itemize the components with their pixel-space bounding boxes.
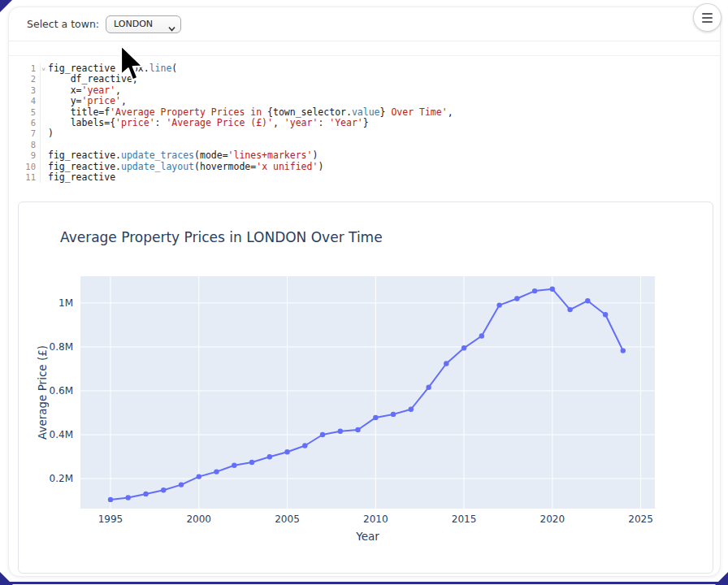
code-text: fig_reactive: [41, 172, 115, 183]
data-point: [161, 488, 166, 492]
data-point: [479, 333, 484, 338]
data-point: [197, 474, 202, 479]
code-line[interactable]: 7): [9, 128, 713, 139]
data-point: [267, 454, 272, 459]
code-line[interactable]: 10fig_reactive.update_layout(hovermode='…: [9, 162, 713, 172]
town-select-wrap: LONDON: [106, 15, 181, 33]
x-tick-label: 2000: [186, 514, 211, 525]
data-point: [496, 302, 501, 307]
y-tick-label: 1M: [58, 297, 73, 309]
data-point: [621, 348, 626, 353]
code-text: fig_reactive = px.line(: [41, 63, 177, 74]
line-number: 4: [9, 96, 40, 106]
x-tick-label: 1995: [98, 514, 124, 525]
data-point: [409, 407, 414, 412]
line-number: 8: [9, 140, 40, 150]
y-tick-label: 0.6M: [50, 385, 73, 396]
code-text: fig_reactive.update_traces(mode='lines+m…: [41, 150, 318, 161]
data-point: [462, 345, 466, 350]
line-number: 9: [9, 150, 40, 161]
data-point: [532, 288, 537, 293]
code-line[interactable]: 11fig_reactive: [9, 172, 713, 183]
data-point: [179, 482, 184, 487]
hamburger-menu-icon: [702, 13, 713, 23]
chart-title: Average Property Prices in LONDON Over T…: [60, 229, 383, 245]
code-text: title=f'Average Property Prices in {town…: [41, 107, 453, 118]
chart-output-card: 19952000200520102015202020250.2M0.4M0.6M…: [18, 202, 713, 574]
code-line[interactable]: 2 df_reactive,: [9, 74, 713, 84]
data-point: [338, 429, 343, 434]
line-number: 10: [9, 162, 40, 172]
code-line[interactable]: 5 title=f'Average Property Prices in {to…: [9, 107, 713, 118]
menu-button[interactable]: [693, 3, 722, 32]
page-corner-accent: [715, 572, 728, 585]
data-point: [355, 427, 360, 432]
data-point: [302, 443, 307, 448]
data-point: [585, 298, 590, 303]
data-point: [426, 385, 431, 390]
code-editor[interactable]: 1˅fig_reactive = px.line(2 df_reactive,3…: [9, 56, 713, 183]
data-point: [444, 361, 448, 366]
data-point: [214, 469, 219, 474]
town-selector-label: Select a town:: [27, 18, 99, 30]
data-point: [249, 460, 254, 465]
data-point: [320, 432, 325, 437]
data-point: [373, 415, 378, 420]
data-point: [603, 312, 608, 317]
code-line[interactable]: 1˅fig_reactive = px.line(: [9, 63, 713, 74]
x-tick-label: 2010: [363, 514, 388, 525]
x-tick-label: 2015: [452, 514, 477, 525]
data-point: [391, 412, 396, 417]
code-text: y='price',: [41, 96, 127, 106]
data-point: [126, 495, 131, 500]
code-line[interactable]: 8: [9, 140, 713, 150]
data-point: [143, 492, 148, 496]
line-number: 6: [9, 118, 40, 128]
data-point: [514, 296, 519, 301]
code-line[interactable]: 9fig_reactive.update_traces(mode='lines+…: [9, 150, 713, 161]
y-tick-label: 0.2M: [50, 473, 73, 484]
code-text: ): [41, 128, 54, 139]
fold-toggle-icon[interactable]: ˅: [41, 64, 46, 75]
data-point: [108, 497, 113, 502]
data-point: [567, 307, 572, 312]
code-line[interactable]: 4 y='price',: [9, 96, 713, 106]
code-text: x='year',: [41, 85, 121, 96]
line-number: 5: [9, 107, 40, 118]
code-text: fig_reactive.update_layout(hovermode='x …: [41, 162, 323, 172]
line-number: 7: [9, 128, 40, 139]
page-bottom-accent: [5, 582, 723, 584]
line-number: 3: [9, 85, 40, 96]
line-number: 2: [9, 74, 40, 84]
code-text: [41, 140, 48, 150]
line-number: 11: [9, 172, 40, 183]
data-point: [232, 463, 236, 468]
x-tick-label: 2025: [628, 514, 653, 525]
code-line[interactable]: 6 labels={'price': 'Average Price (£)', …: [9, 118, 713, 128]
y-tick-label: 0.4M: [50, 429, 73, 440]
code-line[interactable]: 3 x='year',: [9, 85, 713, 96]
line-number: 1˅: [9, 63, 40, 74]
data-point: [550, 287, 555, 292]
data-point: [284, 449, 289, 454]
y-axis-title: Average Price (£): [36, 345, 49, 440]
x-tick-label: 2005: [275, 514, 300, 525]
town-selector-row: Select a town: LONDON: [9, 7, 720, 41]
x-axis-title: Year: [355, 530, 379, 543]
y-tick-label: 0.8M: [50, 341, 73, 353]
town-select[interactable]: LONDON: [106, 15, 181, 33]
code-text: df_reactive,: [41, 74, 138, 84]
code-text: labels={'price': 'Average Price (£)', 'y…: [41, 118, 369, 128]
property-price-chart[interactable]: 19952000200520102015202020250.2M0.4M0.6M…: [19, 202, 713, 573]
x-tick-label: 2020: [540, 514, 566, 525]
app-card: Select a town: LONDON 1˅fig_reactive = p…: [8, 6, 721, 577]
